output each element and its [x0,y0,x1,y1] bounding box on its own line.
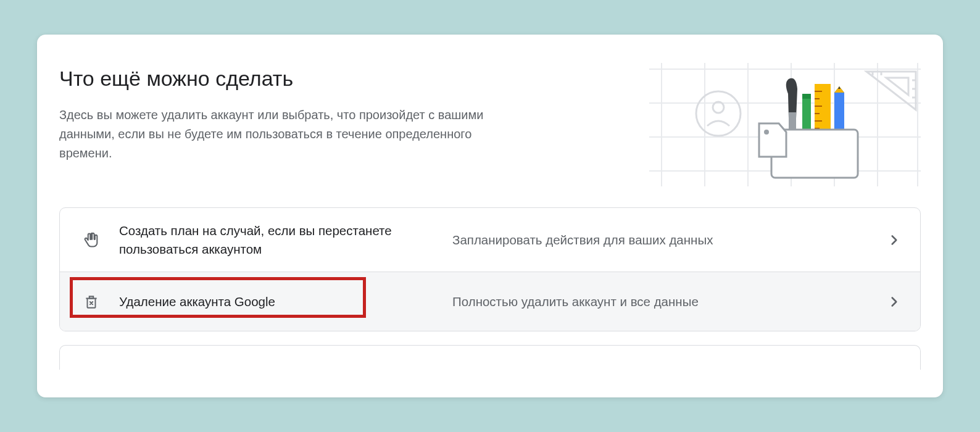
chevron-right-icon [886,231,903,249]
inactive-account-plan-row[interactable]: Создать план на случай, если вы перестан… [60,208,920,272]
row-title: Удаление аккаунта Google [119,293,452,311]
row-title: Создать план на случай, если вы перестан… [119,222,452,258]
toolbox-illustration [649,63,921,186]
more-options-card: Что ещё можно сделать Здесь вы можете уд… [37,35,943,397]
next-card-peek [59,345,921,370]
row-subtitle: Запланировать действия для ваших данных [452,231,878,249]
svg-rect-20 [802,94,811,99]
options-list: Создать план на случай, если вы перестан… [59,207,921,331]
card-header: Что ещё можно сделать Здесь вы можете уд… [37,35,943,193]
svg-point-32 [764,130,769,135]
row-subtitle: Полностью удалить аккаунт и все данные [452,293,878,311]
svg-rect-18 [789,112,796,131]
header-text: Что ещё можно сделать Здесь вы можете уд… [59,65,504,163]
delete-google-account-row[interactable]: Удаление аккаунта Google Полностью удали… [60,272,920,331]
card-description: Здесь вы можете удалить аккаунт или выбр… [59,106,504,163]
hand-stop-icon [82,231,101,249]
chevron-right-icon [886,293,903,310]
trash-icon [82,293,101,311]
card-title: Что ещё можно сделать [59,65,504,92]
